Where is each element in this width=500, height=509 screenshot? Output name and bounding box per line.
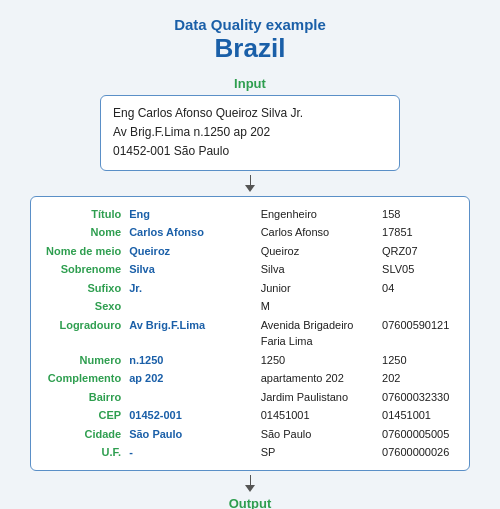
row-value3: 07600590121 [378,316,459,351]
arrow-down-1 [245,175,255,192]
row-value3: QRZ07 [378,242,459,261]
row-label: Título [41,205,125,224]
row-value2: SP [257,443,378,462]
table-row: LogradouroAv Brig.F.LimaAvenida Brigadei… [41,316,459,351]
table-row: BairroJardim Paulistano07600032330 [41,388,459,407]
row-value1: Carlos Afonso [125,223,257,242]
row-label: U.F. [41,443,125,462]
row-label: Nome [41,223,125,242]
row-value1: n.1250 [125,351,257,370]
page-title: Data Quality example Brazil [174,16,326,64]
input-line: Eng Carlos Afonso Queiroz Silva Jr. [113,104,387,123]
row-value1: Jr. [125,279,257,298]
row-value2: Queiroz [257,242,378,261]
row-value1: Silva [125,260,257,279]
row-value1: 01452-001 [125,406,257,425]
row-value1: ap 202 [125,369,257,388]
row-value3 [378,297,459,316]
row-value3: 1250 [378,351,459,370]
row-value3: 202 [378,369,459,388]
table-row: SufixoJr.Junior04 [41,279,459,298]
table-row: Complementoap 202apartamento 202202 [41,369,459,388]
row-value2: Carlos Afonso [257,223,378,242]
row-value2: Engenheiro [257,205,378,224]
data-table-container: TítuloEngEngenheiro158NomeCarlos AfonsoC… [30,196,470,471]
row-value3: 07600032330 [378,388,459,407]
table-row: U.F.-SP07600000026 [41,443,459,462]
row-value2: 1250 [257,351,378,370]
row-value1: Queiroz [125,242,257,261]
row-value3: 158 [378,205,459,224]
row-value1: São Paulo [125,425,257,444]
row-value1: - [125,443,257,462]
row-value1 [125,297,257,316]
data-table: TítuloEngEngenheiro158NomeCarlos AfonsoC… [41,205,459,462]
table-row: Nome de meioQueirozQueirozQRZ07 [41,242,459,261]
row-value2: M [257,297,378,316]
row-label: Sufixo [41,279,125,298]
row-value2: Junior [257,279,378,298]
row-label: Sobrenome [41,260,125,279]
page-main-title: Brazil [174,33,326,64]
row-value2: Silva [257,260,378,279]
row-label: Complemento [41,369,125,388]
table-row: SexoM [41,297,459,316]
row-value1 [125,388,257,407]
row-value3: 17851 [378,223,459,242]
table-row: TítuloEngEngenheiro158 [41,205,459,224]
table-row: SobrenomeSilvaSilvaSLV05 [41,260,459,279]
input-line: 01452-001 São Paulo [113,142,387,161]
row-label: Bairro [41,388,125,407]
row-value2: Jardim Paulistano [257,388,378,407]
row-value3: 01451001 [378,406,459,425]
row-label: Nome de meio [41,242,125,261]
arrow-down-2 [245,475,255,492]
input-label: Input [234,76,266,91]
input-box: Eng Carlos Afonso Queiroz Silva Jr.Av Br… [100,95,400,171]
row-value2: 01451001 [257,406,378,425]
table-row: CEP01452-0010145100101451001 [41,406,459,425]
row-label: Numero [41,351,125,370]
row-value3: 07600000026 [378,443,459,462]
row-value2: São Paulo [257,425,378,444]
row-value3: 07600005005 [378,425,459,444]
output-label: Output [229,496,272,509]
table-row: Numeron.125012501250 [41,351,459,370]
row-label: Logradouro [41,316,125,351]
row-label: Cidade [41,425,125,444]
row-value3: 04 [378,279,459,298]
row-value1: Eng [125,205,257,224]
row-value3: SLV05 [378,260,459,279]
table-row: CidadeSão PauloSão Paulo07600005005 [41,425,459,444]
row-value2: Avenida Brigadeiro Faria Lima [257,316,378,351]
row-label: CEP [41,406,125,425]
input-line: Av Brig.F.Lima n.1250 ap 202 [113,123,387,142]
row-value1: Av Brig.F.Lima [125,316,257,351]
row-label: Sexo [41,297,125,316]
table-row: NomeCarlos AfonsoCarlos Afonso17851 [41,223,459,242]
page-subtitle: Data Quality example [174,16,326,33]
row-value2: apartamento 202 [257,369,378,388]
